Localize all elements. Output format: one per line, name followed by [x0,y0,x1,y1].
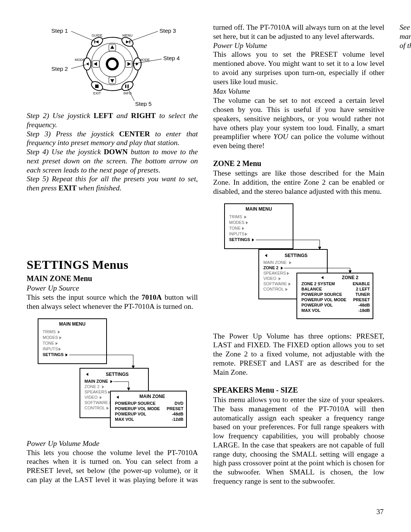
step1-label: Step 1 [51,27,68,34]
svg-text:TUNER: TUNER [355,292,370,297]
svg-text:TRIMS: TRIMS [43,329,56,334]
svg-text:TONE: TONE [43,341,54,345]
svg-text:MAIN ZONE: MAIN ZONE [263,260,287,265]
label-mode-l: MODE [75,58,85,62]
step4-text: Step 4) Use the joystick DOWN button to … [27,147,198,174]
powerup-source-body: This sets the input source which the 701… [27,293,198,311]
svg-text:ENABLE: ENABLE [353,281,370,286]
mainzone-menu-diagram: MAIN MENU TRIMS MODES TONE INPUTS SETTIN… [27,315,198,429]
svg-text:-12dB: -12dB [172,417,183,422]
svg-rect-23 [125,85,126,88]
svg-text:PRESET: PRESET [353,297,370,302]
svg-text:PRESET: PRESET [167,406,183,411]
svg-line-30 [128,31,158,42]
zone2-body: These settings are like those described … [213,169,384,196]
svg-text:MAIN MENU: MAIN MENU [59,321,85,327]
svg-text:POWERUP VOL: POWERUP VOL [301,303,333,307]
svg-text:ZONE 2 SYSTEM: ZONE 2 SYSTEM [301,281,335,286]
speakers-body: This menu allows you to enter the size o… [213,395,384,486]
joystick-diagram: GUIDE MENU MODE MODE EXIT INFO Step 1 St… [27,23,198,107]
powerup-source-head: Power Up Source [27,284,198,293]
svg-text:MODES: MODES [43,335,58,340]
svg-text:MAIN ZONE: MAIN ZONE [139,394,165,399]
svg-rect-21 [129,40,130,43]
settings-title: SETTINGS Menus [27,257,198,272]
svg-text:MAIN ZONE: MAIN ZONE [84,379,108,383]
svg-text:POWERUP VOL: POWERUP VOL [115,412,147,416]
svg-text:-48dB: -48dB [172,412,183,416]
step5-text: Step 5) Repeat this for all the presets … [27,174,198,193]
step3-label: Step 3 [159,27,176,34]
svg-text:POWERUP VOL MODE: POWERUP VOL MODE [115,406,160,411]
svg-text:TONE: TONE [229,226,241,230]
svg-text:VIDEO: VIDEO [263,276,277,281]
svg-text:SETTINGS: SETTINGS [106,372,129,377]
label-menu: MENU [123,34,133,37]
svg-text:SPEAKERS: SPEAKERS [84,390,107,394]
svg-text:SPEAKERS: SPEAKERS [263,271,286,275]
svg-text:SETTINGS: SETTINGS [43,352,64,357]
label-guide: GUIDE [92,34,103,37]
svg-rect-24 [127,85,129,88]
svg-text:-48dB: -48dB [358,303,370,307]
step3-text: Step 3) Press the joystick CENTER to ent… [27,129,198,148]
step2-label: Step 2 [51,66,68,72]
label-exit: EXIT [93,91,101,95]
svg-text:CONTROL: CONTROL [263,287,284,291]
puv-body: This allows you to set the PRESET volume… [213,50,384,86]
zone2-menu-diagram: MAIN MENU TRIMS MODES TONE INPUTS SETTIN… [213,200,384,322]
maxvol-head: Max Volume [213,87,384,96]
svg-text:SOFTWARE: SOFTWARE [263,281,287,286]
puvm-head: Power Up Volume Mode [27,439,198,448]
svg-text:DVD: DVD [175,401,183,406]
svg-text:POWERUP SOURCE: POWERUP SOURCE [115,401,156,406]
svg-text:MAX VOL: MAX VOL [301,308,320,313]
svg-text:SETTINGS: SETTINGS [229,237,250,242]
svg-text:POWERUP VOL MODE: POWERUP VOL MODE [301,297,346,302]
zone2-puv-body: The Power Up Volume has three options: P… [213,332,384,377]
zone2-heading: ZONE 2 Menu [213,159,384,168]
mainzone-heading: MAIN ZONE Menu [27,274,198,283]
svg-text:BALANCE: BALANCE [301,287,322,291]
puv-head: Power Up Volume [213,41,384,50]
svg-text:MAIN MENU: MAIN MENU [245,206,272,212]
svg-text:INPUTS: INPUTS [43,347,58,351]
crossref: See pages 40 and 42 for more details on … [400,23,411,50]
step5-label: Step 5 [135,101,151,107]
svg-text:MODES: MODES [229,220,244,225]
maxvol-body: The volume can be set to not exceed a ce… [213,96,384,150]
step2-text: Step 2) Use joystick LEFT and RIGHT to s… [27,111,198,129]
svg-rect-25 [95,85,99,88]
svg-text:SOFTWARE: SOFTWARE [84,400,108,405]
page-number: 37 [376,507,384,516]
svg-text:-18dB: -18dB [358,308,370,313]
svg-text:CONTROL: CONTROL [84,406,105,410]
svg-text:SETTINGS: SETTINGS [285,253,307,258]
step4-label: Step 4 [163,55,180,61]
svg-text:VIDEO: VIDEO [84,395,98,399]
svg-text:TRIMS: TRIMS [229,214,242,219]
svg-text:2 LEFT: 2 LEFT [356,287,370,291]
svg-text:INPUTS: INPUTS [229,232,244,236]
svg-text:POWERUP SOURCE: POWERUP SOURCE [301,292,342,297]
svg-text:ZONE 2: ZONE 2 [342,275,358,280]
svg-text:ZONE 2: ZONE 2 [263,265,279,270]
svg-text:ZONE 2: ZONE 2 [84,384,100,389]
svg-text:MAX VOL: MAX VOL [115,417,134,422]
svg-rect-19 [94,40,95,43]
speakers-heading: SPEAKERS Menu - SIZE [213,385,384,395]
